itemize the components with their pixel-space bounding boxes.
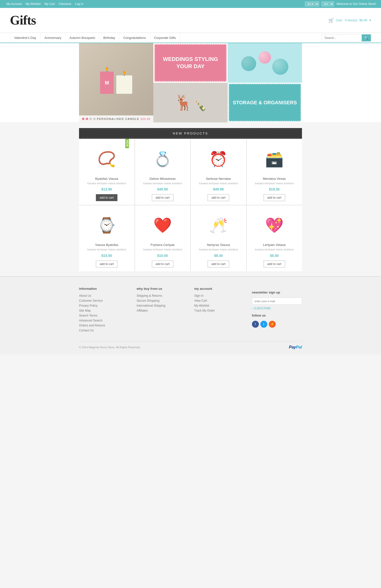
language-select[interactable]: En ▾ [305,1,319,6]
product-image-0: 📿 [83,144,131,174]
product-card-0: NEW📿Byatsfas Viausatrasaes kertyase mias… [79,139,135,205]
footer-bottom: © 2014 Magento Demo Store. All Rights Re… [79,341,302,349]
twitter-icon[interactable]: t [260,321,267,328]
subscribe-arrow: › [252,307,253,310]
search-input[interactable] [322,34,362,41]
product-card-4: ⌚Viausa Byatsfastrasaes kertyase miase a… [79,205,135,271]
balls-visual [239,49,291,77]
nav-corporate[interactable]: Corporate Gifts [150,33,180,43]
copyright: © 2014 Magento Demo Store. All Rights Re… [79,346,140,349]
dot-4[interactable] [93,118,96,120]
add-to-cart-button-6[interactable]: add to cart [208,261,229,267]
product-desc-1: trasaes kertyase miase aoedera [139,182,187,185]
hero-deer[interactable]: 🦌 🍾 [153,83,228,122]
dot-2[interactable] [86,118,88,120]
product-image-2: ⏰ [194,144,243,174]
footer-orders-returns[interactable]: Orders and Returns [79,324,129,327]
product-price-7: $5.50 [250,254,299,258]
footer-wishlist[interactable]: My Wishlist [194,304,245,307]
hero-main-candles[interactable]: M PERSONALISED CANDLE $25.00 [79,43,153,122]
dot-3[interactable] [89,118,92,120]
product-card-7: 💖Lertyaer Vetasatrasaes kertyase miase a… [247,205,302,271]
footer-search-terms[interactable]: Search Terms [79,314,129,317]
product-image-5: ❤️ [139,210,187,240]
nav-birthday[interactable]: Birthday [99,33,119,43]
add-to-cart-button-1[interactable]: add to cart [152,194,173,201]
search-button[interactable]: 🔍 [362,34,371,41]
my-account-link[interactable]: My Account [6,2,22,6]
cart-items: 0 item(s) [345,18,357,22]
checkout-link[interactable]: Checkout [59,2,71,6]
product-card-6: 🥂Nertyras Siausatrasaes kertyase miase a… [191,205,246,271]
footer-why-heading: why buy from us [137,287,187,291]
currency-select[interactable]: $ ▾ [322,1,334,6]
ball-2 [259,51,271,64]
header: Gifts 🛒 Cart: 0 item(s) $0.00 ▾ [0,8,381,33]
footer: information About Us Customer Service Pr… [0,276,381,354]
footer-sitemap[interactable]: Site Map [79,309,129,312]
product-name-0: Byatsfas Viausa [83,177,131,181]
cart-area[interactable]: 🛒 Cart: 0 item(s) $0.00 ▾ [328,18,371,23]
hero-wrapper: M PERSONALISED CANDLE $25.00 [0,43,381,123]
add-to-cart-button-4[interactable]: add to cart [96,261,117,267]
footer-view-cart[interactable]: View Cart [194,299,245,302]
footer-customer-service[interactable]: Customer Service [79,299,129,302]
footer-secure-shopping[interactable]: Secure Shopping [137,299,187,302]
product-price-3: $19.30 [250,187,299,191]
bottle-emoji: 🍾 [194,100,207,111]
add-to-cart-button-2[interactable]: add to cart [208,194,229,201]
storage-label: STORAGE & ORGANISERS [233,99,297,106]
product-image-1: 💍 [139,144,187,174]
hero-storage[interactable]: STORAGE & ORGANISERS [229,84,301,121]
my-cart-link[interactable]: My Cart [44,2,55,6]
footer-about-us[interactable]: About Us [79,294,129,297]
product-name-2: Sertiuse Nerratse [194,177,243,181]
footer-sign-in[interactable]: Sign In [194,294,245,297]
hero-balls[interactable] [228,43,302,83]
follow-us-heading: follow us [252,314,302,317]
footer-top: information About Us Customer Service Pr… [79,287,302,334]
main-content: NEW PRODUCTS NEW📿Byatsfas Viausatrasaes … [0,123,381,276]
nav-anniversary[interactable]: Anniversary [40,33,66,43]
product-desc-6: trasaes kertyase miase aoedera [194,248,243,251]
candle-visual: M [100,72,132,94]
my-wishlist-link[interactable]: My Wishlist [26,2,41,6]
footer-intl-shipping[interactable]: International Shipping [137,304,187,307]
footer-affiliates[interactable]: Affiliates [137,309,187,312]
footer-newsletter: newsletter sign up › SUBSCRIBE follow us… [252,287,302,334]
product-desc-7: trasaes kertyase miase aoedera [250,248,299,251]
nav-autumn[interactable]: Autumn Bouquets [66,33,99,43]
footer-privacy[interactable]: Privacy Policy [79,304,129,307]
add-to-cart-button-3[interactable]: add to cart [264,194,285,201]
footer-track-order[interactable]: Track My Order [194,309,245,312]
facebook-icon[interactable]: f [252,321,259,328]
subscribe-button[interactable]: › SUBSCRIBE [252,307,271,310]
product-badge-new: NEW [125,139,129,148]
candle-flame [106,67,108,71]
add-to-cart-button-7[interactable]: add to cart [264,261,285,267]
cart-label: Cart: [336,18,343,22]
footer-shipping[interactable]: Shipping & Returns [137,294,187,297]
add-to-cart-button-0[interactable]: add to cart [96,194,117,201]
nav-valentines[interactable]: Valentine's Day [10,33,40,43]
rss-icon[interactable]: ⚡ [269,321,276,328]
product-emoji-1: 💍 [153,150,172,168]
product-name-7: Lertyaer Vetasa [250,243,299,247]
nav-congratulations[interactable]: Congratulations [119,33,150,43]
login-link[interactable]: Log In [75,2,83,6]
product-desc-0: trasaes kertyase miase aoedera [83,182,131,185]
hero-weddings[interactable]: WEDDINGS STYLING YOUR DAY [154,44,227,82]
logo: Gifts [10,13,36,27]
newsletter-email-input[interactable] [252,298,302,305]
footer-advanced-search[interactable]: Advanced Search [79,319,129,322]
add-to-cart-button-5[interactable]: add to cart [152,261,173,267]
product-card-1: 💍Delore Mioastreastrasaes kertyase miase… [135,139,190,205]
product-name-1: Delore Mioastreas [139,177,187,181]
ball-1 [241,56,256,71]
product-card-5: ❤️Frytsera Certyaetrasaes kertyase miase… [135,205,190,271]
product-image-6: 🥂 [194,210,243,240]
dot-1[interactable] [82,118,84,120]
product-price-5: $10.00 [139,254,187,258]
footer-contact-us[interactable]: Contact Us [79,329,129,332]
product-price-6: $9.30 [194,254,243,258]
